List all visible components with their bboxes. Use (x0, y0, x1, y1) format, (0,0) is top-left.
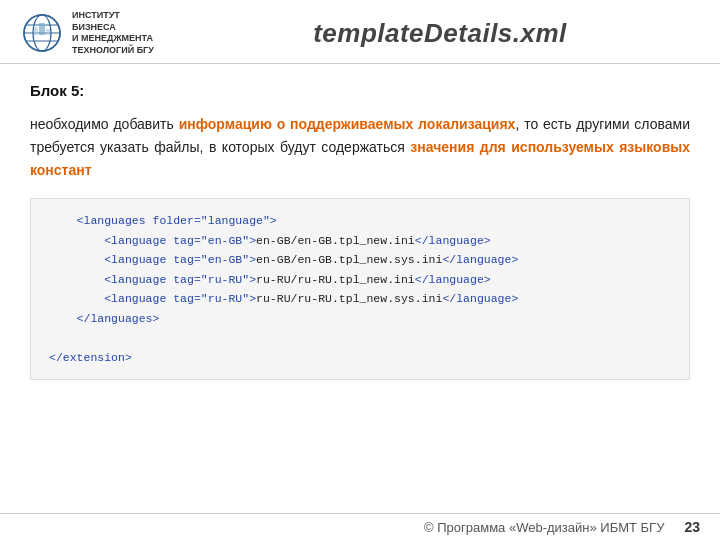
code-line-4: <language tag="ru-RU">ru-RU/ru-RU.tpl_ne… (49, 273, 491, 286)
paragraph-text-1: необходимо добавить (30, 116, 179, 132)
code-line-8: </extension> (49, 351, 132, 364)
footer: © Программа «Web-дизайн» ИБМТ БГУ 23 (0, 513, 720, 540)
main-content: Блок 5: необходимо добавить информацию о… (0, 64, 720, 513)
svg-rect-6 (34, 27, 38, 35)
code-line-5: <language tag="ru-RU">ru-RU/ru-RU.tpl_ne… (49, 292, 518, 305)
code-line-1: <languages folder="language"> (49, 214, 277, 227)
block-title: Блок 5: (30, 82, 690, 99)
page-number: 23 (684, 519, 700, 535)
slide: ИНСТИТУТ БИЗНЕСА И МЕНЕДЖМЕНТА ТЕХНОЛОГИ… (0, 0, 720, 540)
code-line-3: <language tag="en-GB">en-GB/en-GB.tpl_ne… (49, 253, 518, 266)
logo-globe-icon (20, 11, 64, 55)
slide-title: templateDetails.xml (180, 18, 700, 49)
svg-rect-8 (46, 29, 50, 35)
main-paragraph: необходимо добавить информацию о поддерж… (30, 113, 690, 182)
copyright-text: © Программа «Web-дизайн» ИБМТ БГУ (424, 520, 664, 535)
logo-text: ИНСТИТУТ БИЗНЕСА И МЕНЕДЖМЕНТА ТЕХНОЛОГИ… (72, 10, 162, 57)
header: ИНСТИТУТ БИЗНЕСА И МЕНЕДЖМЕНТА ТЕХНОЛОГИ… (0, 0, 720, 64)
code-line-2: <language tag="en-GB">en-GB/en-GB.tpl_ne… (49, 234, 491, 247)
code-line-6: </languages> (49, 312, 159, 325)
logo-area: ИНСТИТУТ БИЗНЕСА И МЕНЕДЖМЕНТА ТЕХНОЛОГИ… (20, 10, 180, 57)
code-block: <languages folder="language"> <language … (30, 198, 690, 380)
highlight-text-1: информацию о поддерживаемых локализациях (179, 116, 516, 132)
svg-rect-7 (39, 23, 45, 35)
